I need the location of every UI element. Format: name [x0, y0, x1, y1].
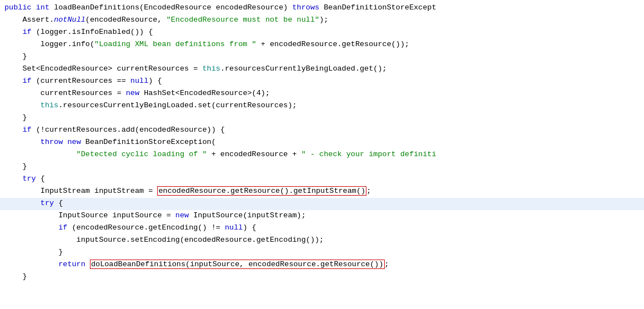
code-line: currentResources = new HashSet<EncodedRe… [0, 88, 644, 100]
code-line: InputSource inputSource = new InputSourc… [0, 210, 644, 222]
code-line: if (logger.isInfoEnabled()) { [0, 27, 644, 39]
code-line: public int loadBeanDefinitions(EncodedRe… [0, 2, 644, 14]
code-line: Set<EncodedResource> currentResources = … [0, 63, 644, 76]
code-line: InputStream inputStream = encodedResourc… [0, 186, 644, 198]
code-line: Assert.notNull(encodedResource, "Encoded… [0, 14, 644, 27]
code-line: } [0, 161, 644, 173]
code-line: inputSource.setEncoding(encodedResource.… [0, 235, 644, 247]
code-line: try { [0, 173, 644, 186]
code-container: public int loadBeanDefinitions(EncodedRe… [0, 0, 644, 309]
code-line: } [0, 112, 644, 124]
code-line: if (currentResources == null) { [0, 76, 644, 88]
code-line: logger.info("Loading XML bean definition… [0, 39, 644, 51]
code-line: return doLoadBeanDefinitions(inputSource… [0, 259, 644, 271]
code-line: } [0, 247, 644, 259]
code-line: try { [0, 198, 644, 210]
code-line: } [0, 51, 644, 63]
code-line: if (!currentResources.add(encodedResourc… [0, 124, 644, 137]
code-line: if (encodedResource.getEncoding() != nul… [0, 222, 644, 235]
code-line: throw new BeanDefinitionStoreException( [0, 137, 644, 149]
code-line: } [0, 271, 644, 283]
code-line: this.resourcesCurrentlyBeingLoaded.set(c… [0, 100, 644, 112]
code-line: "Detected cyclic loading of " + encodedR… [0, 149, 644, 161]
